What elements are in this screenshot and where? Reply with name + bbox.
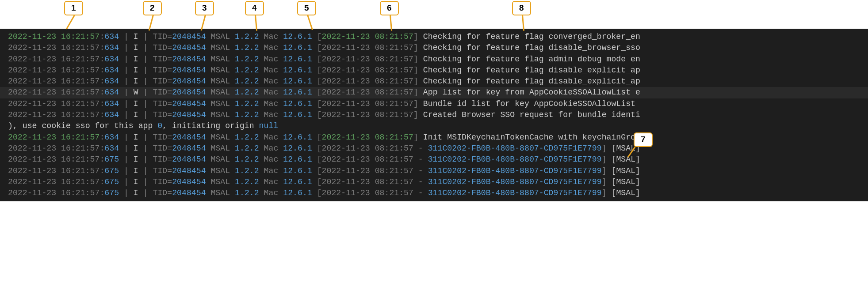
mac-label: Mac bbox=[259, 110, 283, 119]
log-tid: 2048454 bbox=[172, 189, 206, 197]
log-time: 16:21:57 bbox=[56, 32, 99, 41]
callout-4: 4 bbox=[245, 1, 264, 15]
log-inner-date: 2022-11-23 bbox=[322, 189, 370, 197]
log-message: Bundle id list for key AppCookieSSOAllow… bbox=[423, 99, 635, 108]
log-inner-time: 08:21:57 bbox=[370, 43, 413, 52]
log-row[interactable]: 2022-11-23 16:21:57:675 | I | TID=204845… bbox=[0, 166, 868, 177]
log-row[interactable]: 2022-11-23 16:21:57:634 | I | TID=204845… bbox=[0, 132, 868, 143]
wrap-mid: , initiating origin bbox=[162, 121, 259, 130]
log-inner-date: 2022-11-23 bbox=[322, 55, 370, 64]
log-time: 16:21:57 bbox=[56, 77, 99, 86]
callout-1: 1 bbox=[64, 1, 83, 15]
callout-8-leader bbox=[522, 15, 524, 31]
log-viewer[interactable]: 2022-11-23 16:21:57:634 | I | TID=204845… bbox=[0, 29, 868, 201]
msal-version: 1.2.2 bbox=[235, 166, 259, 175]
log-inner-date: 2022-11-23 bbox=[322, 66, 370, 75]
log-time: 16:21:57 bbox=[56, 155, 99, 164]
msal-label: MSAL bbox=[206, 77, 235, 86]
log-date: 2022-11-23 bbox=[8, 88, 56, 97]
log-inner-date: 2022-11-23 bbox=[322, 144, 370, 153]
log-row[interactable]: 2022-11-23 16:21:57:634 | I | TID=204845… bbox=[0, 65, 868, 76]
log-date: 2022-11-23 bbox=[8, 144, 56, 153]
mac-version: 12.6.1 bbox=[283, 66, 312, 75]
mac-version: 12.6.1 bbox=[283, 189, 312, 197]
log-date: 2022-11-23 bbox=[8, 133, 56, 142]
log-row[interactable]: 2022-11-23 16:21:57:634 | I | TID=204845… bbox=[0, 143, 868, 154]
msal-label: MSAL bbox=[206, 88, 235, 97]
log-ms: 634 bbox=[104, 43, 119, 52]
log-message: Checking for feature flag admin_debug_mo… bbox=[423, 55, 640, 64]
tid-label: TID= bbox=[153, 177, 172, 186]
log-inner-time: 08:21:57 bbox=[370, 55, 413, 64]
log-tid: 2048454 bbox=[172, 99, 206, 108]
tid-label: TID= bbox=[153, 77, 172, 86]
log-tid: 2048454 bbox=[172, 43, 206, 52]
log-row[interactable]: 2022-11-23 16:21:57:634 | I | TID=204845… bbox=[0, 31, 868, 42]
log-row[interactable]: 2022-11-23 16:21:57:675 | I | TID=204845… bbox=[0, 177, 868, 188]
mac-label: Mac bbox=[259, 133, 283, 142]
log-row[interactable]: 2022-11-23 16:21:57:634 | I | TID=204845… bbox=[0, 54, 868, 65]
log-row[interactable]: 2022-11-23 16:21:57:634 | I | TID=204845… bbox=[0, 76, 868, 87]
mac-label: Mac bbox=[259, 55, 283, 64]
callout-5-leader bbox=[307, 15, 313, 30]
log-inner-time: 08:21:57 bbox=[370, 166, 413, 175]
log-inner-time: 08:21:57 bbox=[370, 133, 413, 142]
log-date: 2022-11-23 bbox=[8, 66, 56, 75]
tid-label: TID= bbox=[153, 88, 172, 97]
msal-version: 1.2.2 bbox=[235, 189, 259, 197]
mac-version: 12.6.1 bbox=[283, 166, 312, 175]
log-tid: 2048454 bbox=[172, 32, 206, 41]
mac-label: Mac bbox=[259, 99, 283, 108]
callout-6: 6 bbox=[380, 1, 399, 15]
tid-label: TID= bbox=[153, 189, 172, 197]
log-inner-time: 08:21:57 bbox=[370, 155, 413, 164]
log-row[interactable]: 2022-11-23 16:21:57:675 | I | TID=204845… bbox=[0, 188, 868, 199]
log-row-wrap[interactable]: ), use cookie sso for this app 0, initia… bbox=[0, 121, 868, 132]
log-row[interactable]: 2022-11-23 16:21:57:634 | I | TID=204845… bbox=[0, 42, 868, 53]
log-level: I bbox=[134, 133, 138, 142]
wrap-prefix: ), use cookie sso for this app bbox=[8, 121, 157, 130]
log-date: 2022-11-23 bbox=[8, 99, 56, 108]
wrap-num: 0 bbox=[157, 121, 162, 130]
msal-label: MSAL bbox=[206, 177, 235, 186]
mac-label: Mac bbox=[259, 177, 283, 186]
msal-label: MSAL bbox=[206, 144, 235, 153]
log-ms: 634 bbox=[104, 55, 119, 64]
log-uuid: 311C0202-FB0B-480B-8807-CD975F1E7799 bbox=[428, 189, 602, 197]
log-date: 2022-11-23 bbox=[8, 43, 56, 52]
log-level: I bbox=[134, 32, 138, 41]
log-tail: [MSAL] bbox=[611, 155, 640, 164]
tid-label: TID= bbox=[153, 32, 172, 41]
mac-version: 12.6.1 bbox=[283, 77, 312, 86]
log-tid: 2048454 bbox=[172, 55, 206, 64]
msal-label: MSAL bbox=[206, 66, 235, 75]
log-date: 2022-11-23 bbox=[8, 155, 56, 164]
mac-version: 12.6.1 bbox=[283, 88, 312, 97]
log-row[interactable]: 2022-11-23 16:21:57:675 | I | TID=204845… bbox=[0, 154, 868, 165]
log-message: Checking for feature flag disable_explic… bbox=[423, 66, 640, 75]
mac-version: 12.6.1 bbox=[283, 32, 312, 41]
log-tid: 2048454 bbox=[172, 66, 206, 75]
log-row[interactable]: 2022-11-23 16:21:57:634 | W | TID=204845… bbox=[0, 87, 868, 98]
log-message: Checking for feature flag disable_explic… bbox=[423, 77, 640, 86]
log-tail: [MSAL] bbox=[611, 177, 640, 186]
log-inner-date: 2022-11-23 bbox=[322, 77, 370, 86]
log-row[interactable]: 2022-11-23 16:21:57:634 | I | TID=204845… bbox=[0, 98, 868, 109]
log-level: I bbox=[134, 43, 138, 52]
tid-label: TID= bbox=[153, 166, 172, 175]
log-date: 2022-11-23 bbox=[8, 55, 56, 64]
log-time: 16:21:57 bbox=[56, 88, 99, 97]
msal-version: 1.2.2 bbox=[235, 77, 259, 86]
mac-label: Mac bbox=[259, 43, 283, 52]
log-level: W bbox=[134, 88, 138, 97]
log-inner-date: 2022-11-23 bbox=[322, 133, 370, 142]
log-inner-date: 2022-11-23 bbox=[322, 166, 370, 175]
log-row[interactable]: 2022-11-23 16:21:57:634 | I | TID=204845… bbox=[0, 109, 868, 121]
msal-label: MSAL bbox=[206, 133, 235, 142]
mac-version: 12.6.1 bbox=[283, 155, 312, 164]
log-inner-date: 2022-11-23 bbox=[322, 88, 370, 97]
msal-version: 1.2.2 bbox=[235, 32, 259, 41]
tid-label: TID= bbox=[153, 144, 172, 153]
msal-label: MSAL bbox=[206, 55, 235, 64]
tid-label: TID= bbox=[153, 66, 172, 75]
